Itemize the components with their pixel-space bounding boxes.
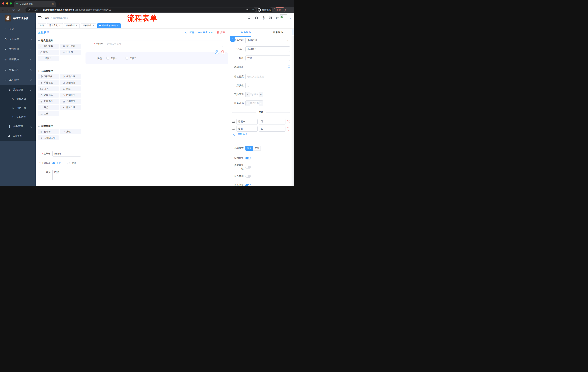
fullscreen-icon[interactable] xyxy=(269,16,272,20)
show-label-switch[interactable] xyxy=(245,157,251,159)
back-icon[interactable]: ← xyxy=(0,8,5,11)
stepper-minus-button[interactable]: − xyxy=(246,92,250,97)
default-value-input[interactable] xyxy=(245,83,290,88)
page-tab-process-definition[interactable]: 流程定义✕ xyxy=(47,23,63,28)
tab-close-icon[interactable]: ✕ xyxy=(76,24,77,27)
scrollbar-thumb[interactable] xyxy=(293,29,294,35)
palette-item-cascader[interactable]: 级联选择 xyxy=(60,74,81,79)
required-switch[interactable] xyxy=(245,184,251,186)
add-option-button[interactable]: + 添加选项 xyxy=(233,132,247,136)
form-name-input[interactable] xyxy=(52,151,81,157)
palette-item-radio-group[interactable]: 单选框组 xyxy=(38,80,59,85)
browser-tab[interactable]: 芋道管理系统 ✕ xyxy=(14,1,56,7)
canvas-field-gender-selected[interactable]: 性别 选项一 选项二 xyxy=(85,53,228,64)
stepper-minus-button[interactable]: − xyxy=(246,101,250,106)
reload-icon[interactable]: ⟳ xyxy=(11,8,16,12)
palette-item-checkbox-group[interactable]: 多选框组 xyxy=(60,80,81,85)
sidebar-item-process-form[interactable]: ✎ 流程表单 xyxy=(0,95,36,104)
checkbox-option2[interactable] xyxy=(126,57,128,60)
palette-item-counter[interactable]: 计数器 xyxy=(60,50,81,55)
palette-item-upload[interactable]: 上传 xyxy=(38,111,59,116)
new-tab-button[interactable]: + xyxy=(58,2,60,6)
disabled-switch[interactable] xyxy=(245,175,251,178)
security-label[interactable]: 不安全 xyxy=(32,8,38,11)
palette-item-date-range[interactable]: 日期范围 xyxy=(60,99,81,104)
sidebar-item-system[interactable]: ⚙ 系统管理 xyxy=(0,34,36,44)
palette-item-button[interactable]: 按钮 xyxy=(60,129,81,134)
palette-item-slider[interactable]: 滑块 xyxy=(60,86,81,91)
option2-label-input[interactable] xyxy=(236,126,258,132)
view-json-button[interactable]: 查看json xyxy=(198,31,212,34)
sidebar-item-leave-query[interactable]: 请假查询 xyxy=(0,131,36,141)
sidebar-item-home[interactable]: ◔ 首页 xyxy=(0,24,36,34)
sidebar-logo[interactable]: 芋道管理系统 xyxy=(0,13,36,24)
minimize-window-button[interactable] xyxy=(6,2,8,5)
palette-item-row-container[interactable]: 行容器 xyxy=(38,129,59,134)
grid-slider[interactable] xyxy=(245,67,290,67)
palette-item-rate[interactable]: 评分 xyxy=(38,105,59,110)
option2-value-input[interactable] xyxy=(259,126,285,132)
help-icon[interactable]: ? xyxy=(262,16,265,20)
min-select-placeholder[interactable]: 至少应选 xyxy=(250,92,259,97)
browser-menu-dots-icon[interactable]: ⋮ xyxy=(282,9,284,11)
palette-item-date-picker[interactable]: 日期选择 xyxy=(38,99,59,104)
palette-item-password[interactable]: 密码 xyxy=(38,50,59,55)
sidebar-item-process-model[interactable]: ✈ 流程模型 xyxy=(0,113,36,122)
clear-button[interactable]: 清空 xyxy=(217,31,225,34)
canvas-field-phone[interactable]: 手机号 xyxy=(83,41,223,47)
page-tab-process-model[interactable]: 流程模型✕ xyxy=(64,23,80,28)
browser-update-button[interactable]: 更新 ⋮ xyxy=(274,8,286,12)
style-button-button[interactable]: 按钮 xyxy=(253,146,261,151)
style-default-button[interactable]: 默认 xyxy=(245,146,253,151)
palette-item-dropdown[interactable]: 下拉选择 xyxy=(38,74,59,79)
search-icon[interactable] xyxy=(248,16,251,20)
sidebar-item-process-mgmt[interactable]: ≣ 流程管理 xyxy=(0,85,36,95)
sidebar-item-task-mgmt[interactable]: ┠ 任务管理 xyxy=(0,122,36,131)
close-window-button[interactable] xyxy=(2,2,4,5)
bookmark-star-icon[interactable]: ☆ xyxy=(252,8,254,11)
palette-item-time-picker[interactable]: 时间选择 xyxy=(38,93,59,97)
checkbox-option2-label[interactable]: 选项二 xyxy=(129,57,137,60)
remove-option-button[interactable]: − xyxy=(287,120,290,123)
palette-item-switch[interactable]: 开关 xyxy=(38,86,59,91)
radio-off[interactable] xyxy=(67,162,70,164)
checkbox-option1[interactable] xyxy=(106,57,109,60)
github-icon[interactable] xyxy=(255,16,258,20)
stepper-plus-button[interactable]: + xyxy=(259,92,263,97)
palette-item-editor[interactable]: 编辑器 xyxy=(38,56,59,61)
zoom-window-button[interactable] xyxy=(10,2,12,5)
sidebar-item-payment[interactable]: ¥ 支付管理 xyxy=(0,44,36,54)
avatar-dropdown-caret-icon[interactable]: ▾ xyxy=(290,17,291,19)
phone-field-input[interactable] xyxy=(105,41,223,47)
field-name-input[interactable] xyxy=(245,46,290,52)
avatar[interactable] xyxy=(280,14,287,21)
with-border-switch[interactable] xyxy=(245,166,251,169)
tab-close-icon[interactable]: ✕ xyxy=(117,24,119,27)
stepper-plus-button[interactable]: + xyxy=(259,101,263,106)
save-button[interactable]: 保存 xyxy=(185,31,194,34)
tab-close-icon[interactable]: ✕ xyxy=(92,24,94,27)
sidebar-collapse-icon[interactable] xyxy=(38,16,42,20)
page-tab-home[interactable]: 首页 xyxy=(38,23,46,28)
tab-close-icon[interactable]: ✕ xyxy=(59,24,61,27)
option1-value-input[interactable] xyxy=(259,119,285,125)
sidebar-item-devtools[interactable]: ⌺ 研发工具 xyxy=(0,65,36,75)
copy-component-button[interactable] xyxy=(215,50,219,54)
home-icon[interactable]: ⌂ xyxy=(16,8,22,11)
password-key-icon[interactable] xyxy=(246,8,249,11)
forward-icon[interactable]: → xyxy=(5,8,11,11)
delete-component-button[interactable] xyxy=(221,50,225,54)
option1-label-input[interactable] xyxy=(236,119,258,125)
drag-handle-icon[interactable] xyxy=(232,128,235,130)
palette-item-time-range[interactable]: 时间范围 xyxy=(60,93,81,97)
form-canvas[interactable]: 手机号 性别 选 xyxy=(83,36,230,186)
radio-on[interactable] xyxy=(52,162,55,164)
tab-close-icon[interactable]: ✕ xyxy=(52,2,54,5)
max-select-placeholder[interactable]: 最多可选 xyxy=(250,101,259,106)
tab-component-props[interactable]: 组件属性 xyxy=(230,28,262,36)
sidebar-item-infra[interactable]: ⊡ 基础设施 xyxy=(0,54,36,65)
sidebar-item-workflow[interactable]: ⌸ 工作流程 xyxy=(0,75,36,85)
remove-option-button[interactable]: − xyxy=(287,127,290,130)
checkbox-option1-label[interactable]: 选项一 xyxy=(110,57,117,60)
title-input[interactable] xyxy=(245,55,290,61)
